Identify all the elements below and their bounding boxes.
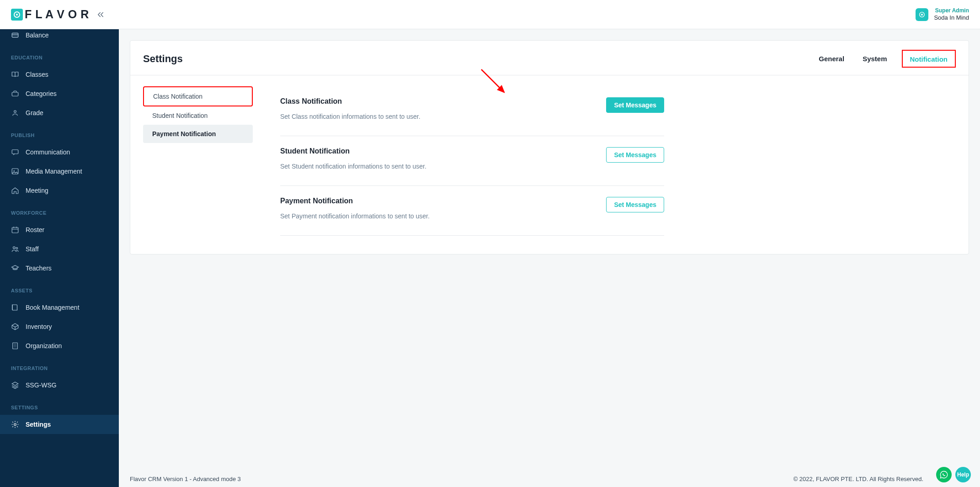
sidebar-item-inventory[interactable]: Inventory xyxy=(0,317,119,336)
sidebar-item-ssg-wsg[interactable]: SSG-WSG xyxy=(0,376,119,395)
sidebar-item-label: Settings xyxy=(26,421,51,428)
subnav-payment-notification[interactable]: Payment Notification xyxy=(143,125,253,143)
set-messages-button-class[interactable]: Set Messages xyxy=(606,97,664,113)
briefcase-icon xyxy=(11,90,19,98)
sections: Class Notification Set Class notificatio… xyxy=(253,75,664,236)
calendar-icon xyxy=(11,226,19,234)
wallet-icon xyxy=(11,31,19,39)
section-desc: Set Payment notification informations to… xyxy=(280,212,430,220)
sidebar-section-education: EDUCATION xyxy=(0,45,119,65)
brand-text: F L A V O R xyxy=(25,8,89,21)
book-open-icon xyxy=(11,70,19,79)
sidebar-item-media-management[interactable]: Media Management xyxy=(0,162,119,181)
sidebar-section-integration: INTEGRATION xyxy=(0,355,119,376)
footer-version: Flavor CRM Version 1 - Advanced mode 3 xyxy=(130,476,241,482)
logo-icon xyxy=(11,9,23,21)
svg-rect-12 xyxy=(12,228,18,233)
sidebar-item-label: Categories xyxy=(26,90,57,97)
sidebar-item-label: Classes xyxy=(26,71,48,78)
content: Settings General System Notification Cla… xyxy=(119,29,980,487)
grad-cap-icon xyxy=(11,264,19,272)
section-payment-notification: Payment Notification Set Payment notific… xyxy=(280,186,664,236)
subnav-class-notification[interactable]: Class Notification xyxy=(143,86,253,106)
sidebar-item-label: SSG-WSG xyxy=(26,381,57,389)
avatar-icon xyxy=(916,8,928,21)
set-messages-button-payment[interactable]: Set Messages xyxy=(606,197,664,212)
svg-rect-10 xyxy=(12,169,18,174)
gear-icon xyxy=(11,420,19,429)
sidebar-item-classes[interactable]: Classes xyxy=(0,65,119,84)
section-desc: Set Class notification informations to s… xyxy=(280,113,421,120)
user-name: Soda In Mind xyxy=(934,14,969,21)
brand-logo[interactable]: F L A V O R xyxy=(11,8,89,21)
layers-icon xyxy=(11,381,19,389)
section-title: Student Notification xyxy=(280,147,426,155)
sidebar-item-label: Teachers xyxy=(26,265,52,272)
footer-copyright: © 2022, FLAVOR PTE. LTD. All Rights Rese… xyxy=(794,476,923,482)
section-student-notification: Student Notification Set Student notific… xyxy=(280,136,664,186)
user-role: Super Admin xyxy=(935,7,969,14)
settings-card: Settings General System Notification Cla… xyxy=(130,40,969,254)
sidebar-section-publish: PUBLISH xyxy=(0,122,119,143)
topbar: F L A V O R Super Admin Soda In Mind xyxy=(0,0,980,29)
chat-icon xyxy=(11,148,19,156)
svg-point-2 xyxy=(16,14,18,16)
sidebar-item-meeting[interactable]: Meeting xyxy=(0,181,119,200)
set-messages-button-student[interactable]: Set Messages xyxy=(606,147,664,163)
help-buttons: Help xyxy=(936,467,971,482)
sidebar-item-label: Communication xyxy=(26,148,70,156)
svg-rect-15 xyxy=(13,343,18,349)
whatsapp-button[interactable] xyxy=(936,467,952,482)
svg-point-11 xyxy=(14,170,15,171)
sidebar-item-label: Media Management xyxy=(26,168,82,175)
subnav: Class Notification Student Notification … xyxy=(143,75,253,236)
section-desc: Set Student notification informations to… xyxy=(280,163,426,170)
sidebar-item-categories[interactable]: Categories xyxy=(0,84,119,103)
settings-tabs: General System Notification xyxy=(815,50,956,68)
sidebar-item-balance[interactable]: Balance xyxy=(0,29,119,45)
section-class-notification: Class Notification Set Class notificatio… xyxy=(280,86,664,136)
tab-general[interactable]: General xyxy=(815,51,848,66)
svg-point-14 xyxy=(16,248,18,249)
sidebar-section-assets: ASSETS xyxy=(0,278,119,298)
footer: Flavor CRM Version 1 - Advanced mode 3 ©… xyxy=(119,471,980,487)
sidebar-item-book-management[interactable]: Book Management xyxy=(0,298,119,317)
sidebar-item-label: Book Management xyxy=(26,304,80,311)
svg-point-4 xyxy=(921,14,923,16)
tab-system[interactable]: System xyxy=(859,51,890,66)
sidebar-collapse-toggle[interactable] xyxy=(96,11,105,19)
sidebar-item-label: Inventory xyxy=(26,323,52,330)
sidebar-item-label: Grade xyxy=(26,109,43,116)
sidebar-item-roster[interactable]: Roster xyxy=(0,220,119,239)
svg-rect-6 xyxy=(12,35,18,36)
svg-point-8 xyxy=(14,111,16,113)
sidebar-item-label: Balance xyxy=(26,32,49,39)
sidebar-item-staff[interactable]: Staff xyxy=(0,239,119,259)
tab-notification[interactable]: Notification xyxy=(902,50,956,68)
sidebar: Balance EDUCATION Classes Categories Gra… xyxy=(0,29,119,487)
sidebar-item-teachers[interactable]: Teachers xyxy=(0,259,119,278)
home-icon xyxy=(11,186,19,195)
sidebar-item-label: Organization xyxy=(26,342,62,349)
box-icon xyxy=(11,323,19,331)
user-menu[interactable]: Super Admin Soda In Mind xyxy=(916,7,969,21)
svg-point-16 xyxy=(14,423,16,426)
sidebar-item-label: Staff xyxy=(26,245,39,253)
sidebar-item-settings[interactable]: Settings xyxy=(0,415,119,434)
image-icon xyxy=(11,167,19,175)
help-button[interactable]: Help xyxy=(955,467,971,482)
svg-rect-9 xyxy=(12,150,18,154)
sidebar-item-label: Roster xyxy=(26,226,44,233)
sidebar-section-settings: SETTINGS xyxy=(0,395,119,415)
sidebar-item-grade[interactable]: Grade xyxy=(0,103,119,122)
svg-rect-7 xyxy=(12,92,18,96)
subnav-student-notification[interactable]: Student Notification xyxy=(143,106,253,125)
sidebar-item-communication[interactable]: Communication xyxy=(0,143,119,162)
section-title: Class Notification xyxy=(280,97,421,106)
whatsapp-icon xyxy=(940,471,948,479)
sidebar-item-organization[interactable]: Organization xyxy=(0,336,119,355)
help-label: Help xyxy=(957,471,969,478)
people-icon xyxy=(11,245,19,253)
book-icon xyxy=(11,303,19,312)
sidebar-item-label: Meeting xyxy=(26,187,48,194)
